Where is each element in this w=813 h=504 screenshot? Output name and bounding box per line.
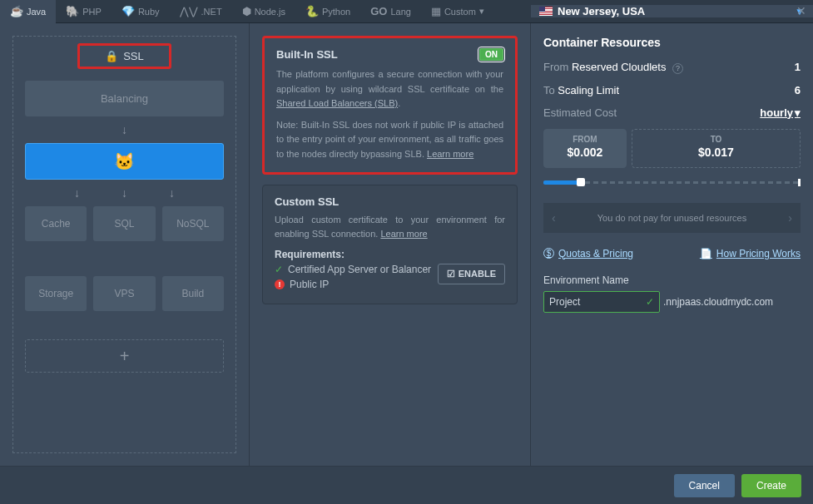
env-name-label: Environment Name <box>543 274 801 286</box>
topology-panel: 🔒SSL Balancing ↓ 🐱 ↓↓↓ Cache SQL NoSQL S… <box>12 36 236 453</box>
tab-dotnet[interactable]: ⋀⋁.NET <box>170 0 232 23</box>
error-icon: ! <box>275 279 285 289</box>
cloudlet-slider[interactable] <box>543 176 801 190</box>
slb-link[interactable]: Shared Load Balancers (SLB) <box>276 98 398 108</box>
custom-ssl-panel: Custom SSL Upload custom certificate to … <box>262 185 518 304</box>
builtin-ssl-note: Note: Built-In SSL does not work if publ… <box>276 118 503 162</box>
reserved-value: 1 <box>795 61 801 74</box>
add-node-button[interactable]: + <box>25 339 224 373</box>
enable-button[interactable]: ☑ENABLE <box>438 264 505 284</box>
quotas-link[interactable]: $Quotas & Pricing <box>543 248 633 259</box>
learn-more-link[interactable]: Learn more <box>427 149 473 159</box>
pricing-link[interactable]: 📄How Pricing Works <box>700 248 801 259</box>
cache-button[interactable]: Cache <box>25 206 87 241</box>
req-appserver: ✓Certified App Server or Balancer <box>275 264 438 275</box>
app-server-button[interactable]: 🐱 <box>25 143 224 180</box>
env-domain: .nnjpaas.cloudmydc.com <box>663 296 773 308</box>
scaling-value: 6 <box>795 84 801 96</box>
tab-python[interactable]: 🐍Python <box>295 0 360 23</box>
price-to-box: TO$0.017 <box>632 129 801 168</box>
chevron-right-icon[interactable]: › <box>788 211 792 225</box>
check-icon: ☑ <box>447 269 455 279</box>
language-tabs: ☕Java 🐘PHP 💎Ruby ⋀⋁.NET ⬢Node.js 🐍Python… <box>0 0 813 23</box>
cost-period-toggle[interactable]: hourly ▾ <box>760 106 801 119</box>
custom-icon: ▦ <box>431 5 441 17</box>
tomcat-icon: 🐱 <box>114 151 135 171</box>
tab-nodejs[interactable]: ⬢Node.js <box>232 0 295 23</box>
chevron-left-icon[interactable]: ‹ <box>552 211 556 225</box>
tab-go[interactable]: GOLang <box>360 0 421 23</box>
requirements-label: Requirements: <box>275 249 505 260</box>
price-from-box: FROM$0.002 <box>543 129 627 168</box>
tab-php[interactable]: 🐘PHP <box>56 0 112 23</box>
resources-title: Container Resources <box>543 36 801 49</box>
create-button[interactable]: Create <box>741 474 801 497</box>
builtin-ssl-panel: Built-In SSL ON The platform configures … <box>262 36 518 175</box>
tab-ruby[interactable]: 💎Ruby <box>112 0 170 23</box>
info-strip: ‹ You do not pay for unused resources › <box>543 203 801 233</box>
dotnet-icon: ⋀⋁ <box>180 5 198 17</box>
arrow-down-icon: ↓ <box>74 186 80 200</box>
sql-button[interactable]: SQL <box>93 206 155 241</box>
builtin-ssl-title: Built-In SSL <box>276 48 338 61</box>
scaling-label: To Scaling Limit <box>543 84 619 96</box>
cost-label: Estimated Cost <box>543 106 617 119</box>
arrow-down-icon: ↓ <box>121 186 127 200</box>
ruby-icon: 💎 <box>121 5 135 17</box>
java-icon: ☕ <box>10 5 23 17</box>
arrow-down-icon: ↓ <box>169 186 175 200</box>
custom-ssl-desc: Upload custom certificate to your enviro… <box>275 213 505 242</box>
info-text: You do not pay for unused resources <box>597 213 746 223</box>
arrow-down-icon: ↓ <box>121 123 127 136</box>
tab-java[interactable]: ☕Java <box>0 0 56 23</box>
env-name-input[interactable]: Project✓ <box>543 291 660 313</box>
cancel-button[interactable]: Cancel <box>674 474 735 497</box>
chevron-down-icon: ▾ <box>479 6 484 17</box>
build-button[interactable]: Build <box>162 276 224 311</box>
check-icon: ✓ <box>646 296 654 308</box>
nosql-button[interactable]: NoSQL <box>162 206 224 241</box>
custom-ssl-title: Custom SSL <box>275 195 505 208</box>
lock-icon: 🔒 <box>105 50 118 62</box>
ssl-button[interactable]: 🔒SSL <box>77 43 171 69</box>
builtin-ssl-desc: The platform configures a secure connect… <box>276 67 503 111</box>
tab-custom[interactable]: ▦Custom ▾ <box>421 0 494 23</box>
go-icon: GO <box>370 5 387 17</box>
region-selector[interactable]: New Jersey, USA ▼ <box>530 5 813 17</box>
ssl-on-badge[interactable]: ON <box>479 48 503 61</box>
reserved-label: From Reserved Cloudlets ? <box>543 61 683 74</box>
us-flag-icon <box>539 7 553 16</box>
check-icon: ✓ <box>275 264 283 275</box>
storage-button[interactable]: Storage <box>25 276 87 311</box>
req-publicip: !Public IP <box>275 279 438 290</box>
balancing-button[interactable]: Balancing <box>25 81 224 116</box>
vps-button[interactable]: VPS <box>93 276 155 311</box>
learn-more-link[interactable]: Learn more <box>380 229 427 239</box>
php-icon: 🐘 <box>66 5 79 17</box>
nodejs-icon: ⬢ <box>242 5 251 17</box>
dollar-icon: $ <box>543 248 554 259</box>
doc-icon: 📄 <box>700 248 712 259</box>
python-icon: 🐍 <box>305 5 319 17</box>
help-icon[interactable]: ? <box>672 63 683 74</box>
close-icon[interactable]: ✕ <box>796 4 806 17</box>
